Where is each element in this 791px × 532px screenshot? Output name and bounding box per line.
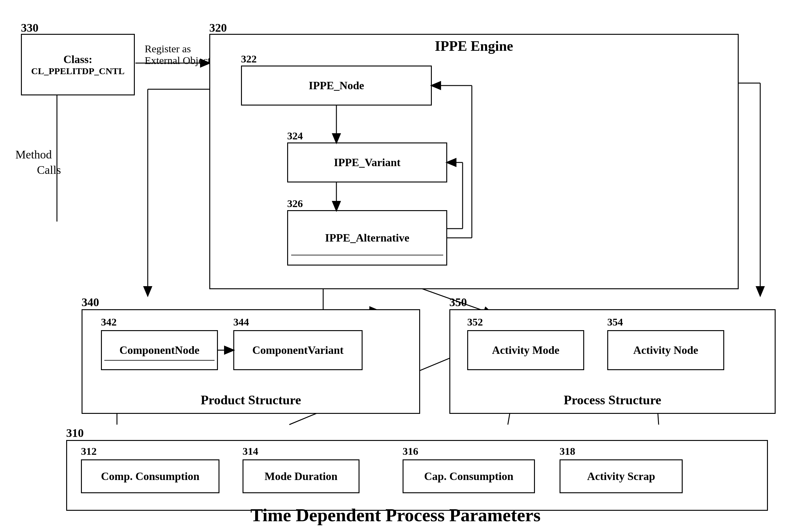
box-342: ComponentNode — [101, 330, 218, 370]
box-312-label: Comp. Consumption — [101, 470, 200, 483]
box-322-label: IPPE_Node — [309, 79, 364, 92]
ref-314: 314 — [243, 445, 258, 457]
box-316-label: Cap. Consumption — [424, 470, 513, 483]
method-label: Method — [15, 148, 52, 161]
ref-320: 320 — [209, 21, 227, 35]
ref-340: 340 — [81, 296, 99, 309]
box-326-label: IPPE_Alternative — [325, 231, 409, 244]
box-316: Cap. Consumption — [402, 459, 535, 493]
ippe-engine-label: IPPE Engine — [435, 38, 513, 54]
ref-326: 326 — [287, 198, 303, 210]
ref-322: 322 — [241, 53, 257, 65]
box-314: Mode Duration — [243, 459, 359, 493]
ref-350: 350 — [449, 296, 467, 309]
box-330: Class: CL_PPELITDP_CNTL — [21, 34, 135, 95]
ref-318: 318 — [560, 445, 575, 457]
box-324-label: IPPE_Variant — [334, 156, 401, 169]
box-318-label: Activity Scrap — [587, 470, 655, 483]
ref-342: 342 — [101, 316, 117, 328]
box-326: IPPE_Alternative — [287, 210, 447, 266]
outer-box-340: 342 ComponentNode 344 ComponentVariant P… — [81, 309, 420, 414]
ref-316: 316 — [402, 445, 418, 457]
box-312: Comp. Consumption — [81, 459, 220, 493]
ref-354: 354 — [607, 316, 623, 328]
ref-324: 324 — [287, 130, 303, 142]
box-352: Activity Mode — [467, 330, 584, 370]
register-label: Register as External Object — [145, 43, 210, 66]
ref-330: 330 — [21, 21, 38, 35]
box-354-label: Activity Node — [634, 344, 698, 357]
box-352-label: Activity Mode — [492, 344, 560, 357]
box-324: IPPE_Variant — [287, 142, 447, 183]
diagram-container: 330 Class: CL_PPELITDP_CNTL Register as … — [0, 0, 791, 532]
outer-box-350: 352 Activity Mode 354 Activity Node Proc… — [449, 309, 776, 414]
diagram-title: Time Dependent Process Parameters — [250, 505, 541, 526]
ref-352: 352 — [467, 316, 483, 328]
ref-344: 344 — [233, 316, 249, 328]
ref-310: 310 — [66, 426, 84, 440]
outer-box-320: IPPE Engine 322 IPPE_Node 324 IPPE_Varia… — [209, 34, 739, 289]
box-342-label: ComponentNode — [119, 344, 200, 357]
process-structure-label: Process Structure — [564, 393, 661, 407]
box-314-label: Mode Duration — [265, 470, 338, 483]
box-354: Activity Node — [607, 330, 724, 370]
calls-label: Calls — [37, 163, 61, 177]
box-318: Activity Scrap — [560, 459, 683, 493]
box-330-line1: Class: — [31, 53, 124, 66]
ref-312: 312 — [81, 445, 97, 457]
box-344-label: ComponentVariant — [252, 344, 344, 357]
box-344: ComponentVariant — [233, 330, 362, 370]
outer-box-310: 312 Comp. Consumption 314 Mode Duration … — [66, 440, 768, 511]
box-330-line2: CL_PPELITDP_CNTL — [31, 66, 124, 76]
box-322: IPPE_Node — [241, 65, 432, 106]
product-structure-label: Product Structure — [201, 393, 301, 407]
